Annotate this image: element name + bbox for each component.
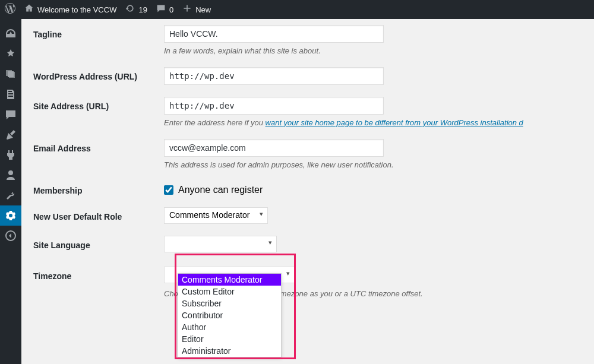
wp-logo[interactable] [5,3,15,16]
membership-checkbox[interactable] [164,185,173,195]
admin-sidebar [0,19,21,364]
role-option[interactable]: Contributor [178,309,281,321]
site-address-description: Enter the address here if you want your … [164,118,582,127]
email-input[interactable] [164,139,384,157]
new-label: New [195,5,211,14]
tagline-description: In a few words, explain what this site i… [164,46,582,55]
role-option[interactable]: Custom Editor [178,286,281,297]
sidebar-item-tools[interactable] [0,185,21,205]
sidebar-item-media[interactable] [0,64,21,84]
admin-bar: Welcome to the VCCW 19 0 New [0,0,594,19]
role-option[interactable]: Administrator [178,345,281,357]
timezone-label: Timezone [33,267,164,281]
default-role-select[interactable]: Comments Moderator [164,207,268,224]
wordpress-icon [5,3,15,16]
sidebar-item-appearance[interactable] [0,125,21,145]
wp-address-input[interactable] [164,67,384,85]
role-option[interactable]: Editor [178,333,281,345]
default-role-dropdown: Comments ModeratorCustom EditorSubscribe… [178,273,282,357]
sidebar-item-dashboard[interactable] [0,24,21,44]
role-option[interactable]: Subscriber [178,297,281,309]
sidebar-item-users[interactable] [0,165,21,185]
home-icon [24,4,34,15]
tagline-input[interactable] [164,25,384,43]
comments-link[interactable]: 0 [156,4,173,15]
email-label: Email Address [33,139,164,153]
tagline-label: Tagline [33,25,164,39]
updates-link[interactable]: 19 [125,4,147,15]
site-address-label: Site Address (URL) [33,97,164,111]
site-address-input[interactable] [164,97,384,115]
sidebar-item-collapse[interactable] [0,226,21,246]
role-option[interactable]: Comments Moderator [178,274,281,286]
sidebar-item-posts[interactable] [0,44,21,64]
role-option[interactable]: Author [178,321,281,333]
comments-count: 0 [169,5,173,14]
update-icon [125,4,135,15]
wp-address-label: WordPress Address (URL) [33,67,164,81]
membership-checkbox-label: Anyone can register [178,185,263,195]
email-description: This address is used for admin purposes,… [164,160,582,169]
site-name-link[interactable]: Welcome to the VCCW [24,4,116,15]
plus-icon [182,4,192,15]
site-language-select[interactable] [164,236,277,252]
comment-icon [156,4,166,15]
new-content-link[interactable]: New [182,4,211,15]
updates-count: 19 [138,5,147,14]
sidebar-item-comments[interactable] [0,105,21,125]
sidebar-item-plugins[interactable] [0,145,21,165]
site-address-help-link[interactable]: want your site home page to be different… [266,118,523,127]
sidebar-item-settings[interactable] [0,205,21,226]
site-title: Welcome to the VCCW [37,5,116,14]
site-language-label: Site Language [33,236,164,250]
membership-label: Membership [33,181,164,195]
sidebar-item-pages[interactable] [0,84,21,105]
settings-general-page: Tagline In a few words, explain what thi… [21,19,594,364]
default-role-label: New User Default Role [33,207,164,221]
